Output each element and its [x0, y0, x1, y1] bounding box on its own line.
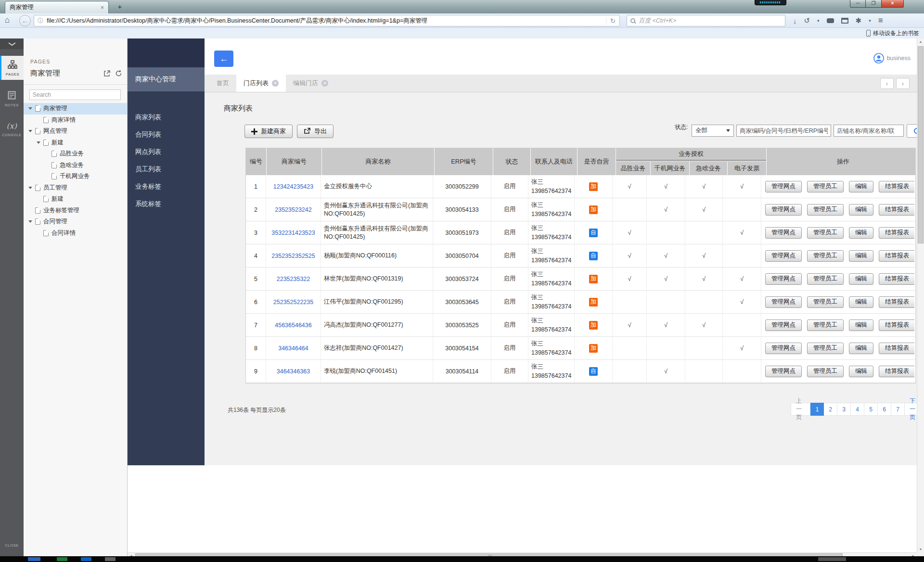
page-number-button[interactable]: 7	[891, 403, 905, 416]
tree-item[interactable]: 合同管理	[24, 216, 127, 228]
manage-outlets-button[interactable]: 管理网点	[765, 366, 802, 377]
tree-caret-icon[interactable]	[28, 130, 32, 132]
back-button[interactable]: ←	[214, 51, 233, 67]
tree-item[interactable]: 商家详情	[24, 115, 127, 126]
prev-page-button[interactable]: 上一页	[791, 403, 810, 416]
page-number-button[interactable]: 2	[824, 403, 837, 416]
settlement-report-button[interactable]: 结算报表	[879, 250, 914, 262]
manage-outlets-button[interactable]: 管理网点	[765, 204, 802, 216]
tree-item[interactable]: 品胜业务	[24, 148, 127, 160]
settlement-report-button[interactable]: 结算报表	[879, 366, 914, 377]
settlement-report-button[interactable]: 结算报表	[879, 296, 914, 308]
cell-code-link[interactable]: 23523523242	[266, 198, 321, 221]
tree-caret-icon[interactable]	[28, 187, 32, 189]
manage-staff-button[interactable]: 管理员工	[807, 227, 844, 239]
taskbar-icon[interactable]	[81, 557, 91, 561]
edit-button[interactable]: 编辑	[849, 204, 873, 216]
settlement-report-button[interactable]: 结算报表	[879, 319, 914, 331]
minimize-button[interactable]: ─	[850, 0, 866, 8]
page-tab[interactable]: 编辑门店 ✕	[286, 75, 335, 92]
pages-search-input[interactable]	[29, 89, 121, 100]
page-tab[interactable]: 首页	[209, 75, 236, 92]
edit-button[interactable]: 编辑	[849, 273, 873, 285]
manage-staff-button[interactable]: 管理员工	[807, 204, 844, 216]
tree-item[interactable]: 业务标签管理	[24, 205, 127, 217]
edit-button[interactable]: 编辑	[849, 227, 873, 239]
tree-caret-icon[interactable]	[28, 220, 32, 223]
tree-item[interactable]: 合同详情	[24, 228, 127, 239]
vertical-scrollbar[interactable]: ▲ ▼	[917, 38, 924, 552]
browser-tab[interactable]: 商家管理 ×	[5, 1, 109, 13]
restore-button[interactable]: ❐	[866, 0, 882, 8]
chat-icon[interactable]	[827, 18, 834, 23]
menu-icon[interactable]: ≡	[878, 16, 883, 26]
cell-code-link[interactable]: 3532231423523	[266, 221, 321, 244]
taskbar-icon[interactable]	[105, 557, 116, 561]
manage-staff-button[interactable]: 管理员工	[807, 296, 844, 308]
page-number-button[interactable]: 5	[864, 403, 878, 416]
browser-tab-close-icon[interactable]: ×	[101, 4, 104, 11]
sidebar-menu-item[interactable]: 系统标签	[128, 195, 205, 213]
search-bar[interactable]: 百度 <Ctrl+K>	[627, 15, 785, 26]
tree-item[interactable]: 商家管理	[24, 103, 127, 115]
cell-code-link[interactable]: 3464346363	[266, 360, 321, 383]
tab-close-icon[interactable]: ✕	[321, 80, 328, 87]
rail-item-pages[interactable]: PAGES	[0, 56, 24, 80]
url-bar[interactable]: ⓘ file:///C:/Users/Administrator/Desktop…	[34, 15, 620, 26]
cell-code-link[interactable]: 45636546436	[266, 314, 321, 336]
page-number-button[interactable]: 1	[810, 403, 824, 416]
addon-icon[interactable]: ✱	[856, 16, 862, 25]
edit-button[interactable]: 编辑	[849, 181, 873, 192]
edit-button[interactable]: 编辑	[849, 319, 873, 331]
sidebar-menu-item[interactable]: 员工列表	[128, 161, 205, 178]
manage-staff-button[interactable]: 管理员工	[807, 343, 844, 354]
page-number-button[interactable]: 4	[851, 403, 864, 416]
rail-item-console[interactable]: (x) CONSOLE	[0, 117, 24, 140]
cell-code-link[interactable]: 123424235423	[266, 175, 321, 198]
manage-staff-button[interactable]: 管理员工	[807, 273, 844, 285]
back-icon[interactable]: ←	[19, 15, 31, 26]
manage-outlets-button[interactable]: 管理网点	[765, 250, 802, 262]
undo-dropdown-icon[interactable]: ▾	[817, 18, 820, 23]
tree-item[interactable]: 员工管理	[24, 182, 127, 194]
downloads-icon[interactable]: ↓	[793, 17, 797, 25]
page-tab[interactable]: 门店列表 ✕	[236, 75, 286, 92]
new-merchant-button[interactable]: 新建商家	[244, 125, 293, 138]
undo-icon[interactable]: ↺	[804, 16, 810, 25]
refresh-page-icon[interactable]	[115, 70, 122, 77]
manage-outlets-button[interactable]: 管理网点	[765, 181, 802, 192]
tree-item[interactable]: 新建	[24, 137, 127, 149]
manage-outlets-button[interactable]: 管理网点	[765, 319, 802, 331]
settlement-report-button[interactable]: 结算报表	[879, 343, 914, 354]
vertical-scrollbar-thumb[interactable]	[918, 46, 924, 243]
tree-item[interactable]: 千机网业务	[24, 171, 127, 182]
cell-code-link[interactable]: 252352522235	[266, 291, 321, 313]
edit-button[interactable]: 编辑	[849, 366, 873, 377]
settlement-report-button[interactable]: 结算报表	[879, 227, 914, 239]
manage-outlets-button[interactable]: 管理网点	[765, 227, 802, 239]
site-info-icon[interactable]: ⓘ	[38, 17, 43, 25]
taskbar-icon[interactable]	[28, 557, 40, 561]
sidebar-menu-item[interactable]: 业务标签	[128, 178, 205, 195]
tree-caret-icon[interactable]	[37, 141, 40, 144]
settlement-report-button[interactable]: 结算报表	[879, 204, 914, 216]
manage-staff-button[interactable]: 管理员工	[807, 250, 844, 262]
manage-outlets-button[interactable]: 管理网点	[765, 343, 802, 354]
home-icon[interactable]: ⌂	[5, 15, 10, 25]
reload-icon[interactable]: ↻	[606, 17, 619, 25]
close-button[interactable]: ×	[882, 0, 904, 8]
collapse-chevron-icon[interactable]	[0, 38, 24, 49]
manage-staff-button[interactable]: 管理员工	[807, 366, 844, 377]
cell-code-link[interactable]: 2235235322	[266, 268, 321, 290]
sidebar-menu-item[interactable]: 网点列表	[128, 143, 205, 161]
scroll-up-icon[interactable]: ▲	[917, 40, 924, 43]
addon-dropdown-icon[interactable]: ▾	[869, 18, 871, 23]
page-number-button[interactable]: 6	[878, 403, 891, 416]
rail-item-notes[interactable]: NOTES	[0, 87, 24, 111]
tree-item[interactable]: 新建	[24, 193, 127, 205]
settlement-report-button[interactable]: 结算报表	[879, 273, 914, 285]
new-tab-button[interactable]: +	[114, 2, 126, 12]
bookmark-mobile[interactable]: 移动设备上的书签	[866, 28, 919, 38]
edit-button[interactable]: 编辑	[849, 343, 873, 354]
cell-code-link[interactable]: 346346464	[266, 337, 321, 359]
